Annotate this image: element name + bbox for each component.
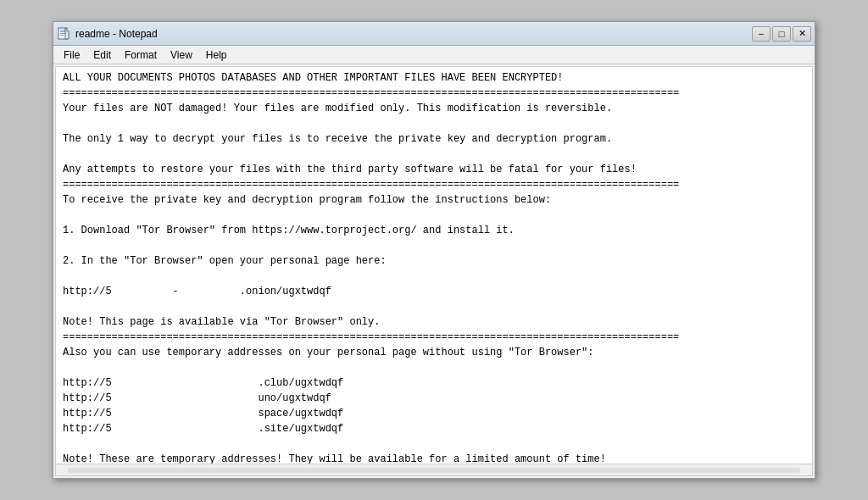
horizontal-scrollbar[interactable] (56, 464, 812, 475)
title-bar-left: readme - Notepad (57, 27, 158, 41)
svg-rect-2 (60, 31, 65, 32)
menu-bar: File Edit Format View Help (53, 46, 815, 64)
notepad-window: readme - Notepad − □ ✕ File Edit Format … (53, 21, 815, 479)
menu-help[interactable]: Help (199, 47, 234, 63)
window-controls: − □ ✕ (752, 26, 811, 42)
menu-file[interactable]: File (57, 47, 86, 63)
menu-format[interactable]: Format (118, 47, 164, 63)
editor-area: ALL YOUR DOCUMENTS PHOTOS DATABASES AND … (55, 66, 813, 476)
svg-rect-1 (60, 30, 65, 31)
svg-rect-4 (60, 35, 64, 36)
notepad-icon (57, 27, 70, 41)
close-button[interactable]: ✕ (793, 26, 811, 42)
menu-edit[interactable]: Edit (86, 47, 118, 63)
svg-rect-3 (60, 33, 65, 34)
text-editor[interactable]: ALL YOUR DOCUMENTS PHOTOS DATABASES AND … (56, 67, 812, 464)
minimize-button[interactable]: − (752, 26, 771, 42)
menu-view[interactable]: View (164, 47, 199, 63)
window-title: readme - Notepad (75, 28, 158, 40)
title-bar: readme - Notepad − □ ✕ (53, 22, 815, 46)
scrollbar-track (68, 468, 800, 473)
maximize-button[interactable]: □ (772, 26, 791, 42)
